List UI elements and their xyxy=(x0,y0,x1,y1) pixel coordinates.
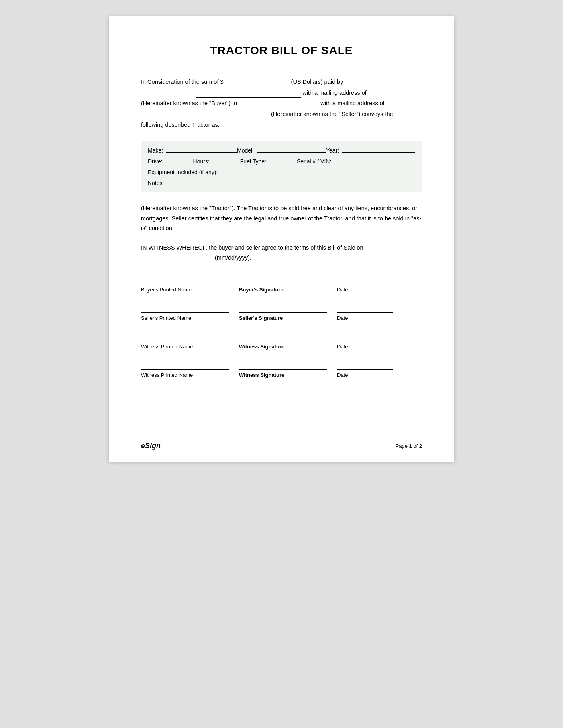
witness-paragraph: IN WITNESS WHEREOF, the buyer and seller… xyxy=(141,243,422,262)
drive-row: Drive: Hours: Fuel Type: Serial # / VIN: xyxy=(148,158,415,165)
seller-signature-row: Seller's Printed Name Seller's Signature… xyxy=(141,305,422,321)
witness2-date-label: Date xyxy=(337,372,393,378)
serial-field[interactable] xyxy=(335,158,415,163)
notes-label: Notes: xyxy=(148,180,164,186)
date-field[interactable] xyxy=(141,256,213,262)
seller-sig-line[interactable] xyxy=(239,305,327,313)
witness1-name-line[interactable] xyxy=(141,334,229,341)
model-label: Model: xyxy=(237,147,254,154)
buyer-sig-label: Buyer's Signature xyxy=(239,287,327,293)
buyer-sig-line[interactable] xyxy=(239,277,327,284)
witness1-date-label: Date xyxy=(337,344,393,350)
year-label: Year: xyxy=(326,147,339,154)
intro-text-4b: (Hereinafter known as the "Seller") conv… xyxy=(271,111,393,117)
notes-row: Notes: xyxy=(148,179,415,186)
year-section: Year: xyxy=(326,147,415,154)
page-title: TRACTOR BILL OF SALE xyxy=(141,44,422,57)
make-label: Make: xyxy=(148,147,163,154)
buyer-name-line[interactable] xyxy=(141,277,229,284)
drive-label: Drive: xyxy=(148,158,163,165)
witness1-signature-row: Witness Printed Name Witness Signature D… xyxy=(141,334,422,350)
witness2-name-label: Witness Printed Name xyxy=(141,372,229,378)
seller-sig-label: Seller's Signature xyxy=(239,315,327,321)
intro-line3: (Hereinafter known as the "Buyer") to wi… xyxy=(141,98,422,108)
buyer-signature-row: Buyer's Printed Name Buyer's Signature D… xyxy=(141,277,422,293)
fuel-label: Fuel Type: xyxy=(240,158,266,165)
intro-line1: In Consideration of the sum of $ (US Dol… xyxy=(141,77,422,87)
model-section: Model: xyxy=(237,147,326,154)
witness2-name-col: Witness Printed Name xyxy=(141,362,229,378)
fuel-field[interactable] xyxy=(269,158,294,163)
intro-text-2: with a mailing address of xyxy=(302,89,367,96)
witness1-sig-col: Witness Signature xyxy=(239,334,327,350)
seller-name-line[interactable] xyxy=(141,305,229,313)
esign-logo: eSign xyxy=(141,442,161,450)
seller-date-label: Date xyxy=(337,315,393,321)
witness-text-a: IN WITNESS WHEREOF, the buyer and seller… xyxy=(141,244,363,251)
buyer-date-label: Date xyxy=(337,287,393,293)
intro-text-3b: with a mailing address of xyxy=(320,100,385,106)
witness2-signature-row: Witness Printed Name Witness Signature D… xyxy=(141,362,422,378)
witness2-date-col: Date xyxy=(337,362,393,378)
witness1-date-col: Date xyxy=(337,334,393,350)
intro-text-5: following described Tractor as: xyxy=(141,122,220,128)
seller-address-field[interactable] xyxy=(141,113,269,119)
page-number: Page 1 of 2 xyxy=(396,443,422,449)
notes-field[interactable] xyxy=(167,179,415,185)
intro-text-1a: In Consideration of the sum of $ xyxy=(141,79,224,85)
seller-date-line[interactable] xyxy=(337,305,393,313)
witness1-sig-line[interactable] xyxy=(239,334,327,341)
witness1-name-col: Witness Printed Name xyxy=(141,334,229,350)
hours-label: Hours: xyxy=(193,158,210,165)
serial-label: Serial # / VIN: xyxy=(297,158,331,165)
signature-section: Buyer's Printed Name Buyer's Signature D… xyxy=(141,277,422,378)
witness2-sig-line[interactable] xyxy=(239,362,327,370)
seller-name-col: Seller's Printed Name xyxy=(141,305,229,321)
equipment-field[interactable] xyxy=(221,169,415,174)
buyer-name-label: Buyer's Printed Name xyxy=(141,287,229,293)
hours-field[interactable] xyxy=(213,158,237,163)
intro-text-3a: (Hereinafter known as the "Buyer") to xyxy=(141,100,237,106)
intro-block: In Consideration of the sum of $ (US Dol… xyxy=(141,77,422,130)
intro-text-1b: (US Dollars) paid by xyxy=(291,79,343,85)
footer: eSign Page 1 of 2 xyxy=(141,442,422,450)
seller-sig-col: Seller's Signature xyxy=(239,305,327,321)
seller-field[interactable] xyxy=(239,102,319,108)
drive-field[interactable] xyxy=(166,158,190,163)
intro-line2: with a mailing address of xyxy=(141,88,422,98)
intro-line4: (Hereinafter known as the "Seller") conv… xyxy=(141,109,422,119)
buyer-date-line[interactable] xyxy=(337,277,393,284)
seller-name-label: Seller's Printed Name xyxy=(141,315,229,321)
equipment-row: Equipment Included (if any): xyxy=(148,169,415,175)
year-field[interactable] xyxy=(342,147,415,153)
model-field[interactable] xyxy=(257,147,326,153)
witness2-sig-col: Witness Signature xyxy=(239,362,327,378)
make-model-year-row: Make: Model: Year: xyxy=(148,147,415,154)
tractor-info-box: Make: Model: Year: Drive: Hours: Fuel Ty… xyxy=(141,141,422,192)
equipment-label: Equipment Included (if any): xyxy=(148,169,218,175)
buyer-date-col: Date xyxy=(337,277,393,293)
witness1-date-line[interactable] xyxy=(337,334,393,341)
witness1-name-label: Witness Printed Name xyxy=(141,344,229,350)
witness2-date-line[interactable] xyxy=(337,362,393,370)
seller-date-col: Date xyxy=(337,305,393,321)
intro-line5: following described Tractor as: xyxy=(141,120,422,130)
witness1-sig-label: Witness Signature xyxy=(239,344,327,350)
page: TRACTOR BILL OF SALE In Consideration of… xyxy=(109,16,454,462)
make-section: Make: xyxy=(148,147,237,154)
witness2-name-line[interactable] xyxy=(141,362,229,370)
sum-field[interactable] xyxy=(225,81,290,87)
witness-text-b: (mm/dd/yyyy). xyxy=(215,254,251,261)
buyer-name-col: Buyer's Printed Name xyxy=(141,277,229,293)
buyer-name-field[interactable] xyxy=(196,91,301,98)
body-paragraph: (Hereinafter known as the "Tractor"). Th… xyxy=(141,203,422,233)
make-field[interactable] xyxy=(166,147,237,153)
witness2-sig-label: Witness Signature xyxy=(239,372,327,378)
buyer-sig-col: Buyer's Signature xyxy=(239,277,327,293)
